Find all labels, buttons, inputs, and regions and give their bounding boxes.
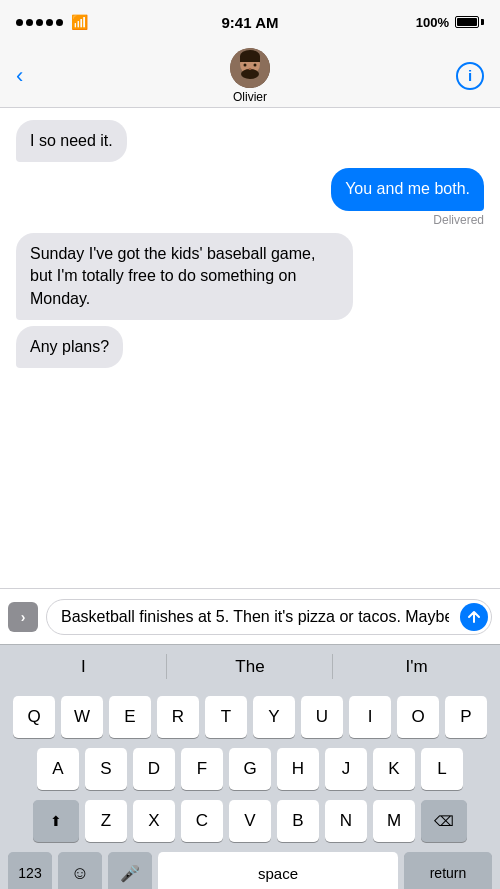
autocomplete-item[interactable]: The — [167, 645, 334, 688]
key-i[interactable]: I — [349, 696, 391, 738]
status-bar: 📶 9:41 AM 100% — [0, 0, 500, 44]
numbers-key[interactable]: 123 — [8, 852, 52, 889]
svg-point-6 — [254, 63, 257, 66]
key-p[interactable]: P — [445, 696, 487, 738]
key-x[interactable]: X — [133, 800, 175, 842]
key-o[interactable]: O — [397, 696, 439, 738]
key-c[interactable]: C — [181, 800, 223, 842]
signal-icon — [16, 19, 63, 26]
mic-key[interactable]: 🎤 — [108, 852, 152, 889]
svg-rect-3 — [240, 56, 260, 62]
key-r[interactable]: R — [157, 696, 199, 738]
key-d[interactable]: D — [133, 748, 175, 790]
outgoing-bubble: You and me both. — [331, 168, 484, 210]
battery-percent: 100% — [416, 15, 449, 30]
svg-point-4 — [241, 69, 259, 79]
key-u[interactable]: U — [301, 696, 343, 738]
autocomplete-bar: I The I'm — [0, 644, 500, 688]
input-wrapper — [46, 599, 492, 635]
key-j[interactable]: J — [325, 748, 367, 790]
key-f[interactable]: F — [181, 748, 223, 790]
incoming-bubble: I so need it. — [16, 120, 127, 162]
key-s[interactable]: S — [85, 748, 127, 790]
key-v[interactable]: V — [229, 800, 271, 842]
back-button[interactable]: ‹ — [16, 63, 23, 89]
send-button[interactable] — [460, 603, 488, 631]
avatar — [230, 48, 270, 88]
key-e[interactable]: E — [109, 696, 151, 738]
key-g[interactable]: G — [229, 748, 271, 790]
input-area: › — [0, 588, 500, 644]
key-y[interactable]: Y — [253, 696, 295, 738]
status-left: 📶 — [16, 14, 88, 30]
key-n[interactable]: N — [325, 800, 367, 842]
svg-point-7 — [249, 68, 252, 70]
incoming-bubble: Any plans? — [16, 326, 123, 368]
key-z[interactable]: Z — [85, 800, 127, 842]
autocomplete-item[interactable]: I — [0, 645, 167, 688]
key-a[interactable]: A — [37, 748, 79, 790]
return-key[interactable]: return — [404, 852, 492, 889]
info-button[interactable]: i — [456, 62, 484, 90]
wifi-icon: 📶 — [71, 14, 88, 30]
key-l[interactable]: L — [421, 748, 463, 790]
incoming-bubble: Sunday I've got the kids' baseball game,… — [16, 233, 353, 320]
shift-key[interactable]: ⬆ — [33, 800, 79, 842]
keyboard: Q W E R T Y U I O P A S D F G H J K L ⬆ … — [0, 688, 500, 889]
messages-area: I so need it. You and me both. Delivered… — [0, 108, 500, 588]
emoji-key[interactable]: ☺ — [58, 852, 102, 889]
key-k[interactable]: K — [373, 748, 415, 790]
message-row: I so need it. — [16, 120, 484, 162]
keyboard-row-2: A S D F G H J K L — [4, 748, 496, 790]
keyboard-row-4: 123 ☺ 🎤 space return — [4, 852, 496, 889]
key-m[interactable]: M — [373, 800, 415, 842]
delete-key[interactable]: ⌫ — [421, 800, 467, 842]
expand-button[interactable]: › — [8, 602, 38, 632]
battery-icon — [455, 16, 484, 28]
nav-bar: ‹ Olivier i — [0, 44, 500, 108]
autocomplete-item[interactable]: I'm — [333, 645, 500, 688]
keyboard-row-1: Q W E R T Y U I O P — [4, 696, 496, 738]
status-time: 9:41 AM — [222, 14, 279, 31]
contact-name: Olivier — [233, 90, 267, 104]
key-t[interactable]: T — [205, 696, 247, 738]
svg-point-5 — [244, 63, 247, 66]
keyboard-row-3: ⬆ Z X C V B N M ⌫ — [4, 800, 496, 842]
message-row: Sunday I've got the kids' baseball game,… — [16, 233, 484, 320]
key-q[interactable]: Q — [13, 696, 55, 738]
delivered-status: Delivered — [433, 213, 484, 227]
key-w[interactable]: W — [61, 696, 103, 738]
status-right: 100% — [416, 15, 484, 30]
contact-info[interactable]: Olivier — [230, 48, 270, 104]
message-row: You and me both. Delivered — [16, 168, 484, 226]
key-b[interactable]: B — [277, 800, 319, 842]
message-row: Any plans? — [16, 326, 484, 368]
key-h[interactable]: H — [277, 748, 319, 790]
message-input[interactable] — [46, 599, 492, 635]
space-key[interactable]: space — [158, 852, 398, 889]
